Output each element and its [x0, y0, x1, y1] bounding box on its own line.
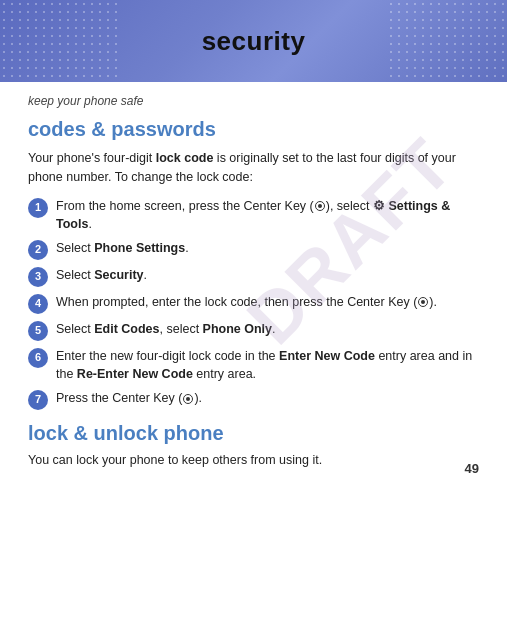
steps-list: 1 From the home screen, press the Center…: [28, 197, 479, 411]
step-item: 2 Select Phone Settings.: [28, 239, 479, 260]
center-key-icon: [183, 394, 193, 404]
edit-codes-bold: Edit Codes: [94, 322, 159, 336]
step-item: 1 From the home screen, press the Center…: [28, 197, 479, 233]
step-number-6: 6: [28, 348, 48, 368]
step-number-4: 4: [28, 294, 48, 314]
center-key-icon: [418, 297, 428, 307]
step-item: 7 Press the Center Key ().: [28, 389, 479, 410]
step-text-5: Select Edit Codes, select Phone Only.: [56, 320, 479, 338]
page-subtitle: keep your phone safe: [28, 94, 479, 108]
step-item: 3 Select Security.: [28, 266, 479, 287]
enter-new-code-bold: Enter New Code: [279, 349, 375, 363]
step-text-1: From the home screen, press the Center K…: [56, 197, 479, 233]
step-item: 5 Select Edit Codes, select Phone Only.: [28, 320, 479, 341]
step-number-3: 3: [28, 267, 48, 287]
re-enter-new-code-bold: Re-Enter New Code: [77, 367, 193, 381]
step-text-6: Enter the new four-digit lock code in th…: [56, 347, 479, 383]
settings-tools-bold: ⚙ Settings & Tools: [56, 199, 450, 231]
section2-heading: lock & unlock phone: [28, 422, 479, 445]
step-text-7: Press the Center Key ().: [56, 389, 479, 407]
step-text-2: Select Phone Settings.: [56, 239, 479, 257]
step-item: 4 When prompted, enter the lock code, th…: [28, 293, 479, 314]
step-item: 6 Enter the new four-digit lock code in …: [28, 347, 479, 383]
phone-only-bold: Phone Only: [203, 322, 272, 336]
step-number-7: 7: [28, 390, 48, 410]
section1-intro: Your phone's four-digit lock code is ori…: [28, 149, 479, 187]
step-text-3: Select Security.: [56, 266, 479, 284]
page-number: 49: [465, 461, 479, 476]
lock-code-bold: lock code: [156, 151, 214, 165]
section2-text: You can lock your phone to keep others f…: [28, 451, 479, 470]
center-key-icon: [315, 201, 325, 211]
step-number-1: 1: [28, 198, 48, 218]
step-number-2: 2: [28, 240, 48, 260]
step-number-5: 5: [28, 321, 48, 341]
phone-settings-bold: Phone Settings: [94, 241, 185, 255]
security-bold: Security: [94, 268, 143, 282]
page-header: security: [0, 0, 507, 82]
page-content: keep your phone safe codes & passwords Y…: [0, 82, 507, 486]
step-text-4: When prompted, enter the lock code, then…: [56, 293, 479, 311]
header-dots-right: [387, 0, 507, 82]
header-dots-left: [0, 0, 120, 82]
page-title: security: [202, 26, 306, 57]
section1-heading: codes & passwords: [28, 118, 479, 141]
